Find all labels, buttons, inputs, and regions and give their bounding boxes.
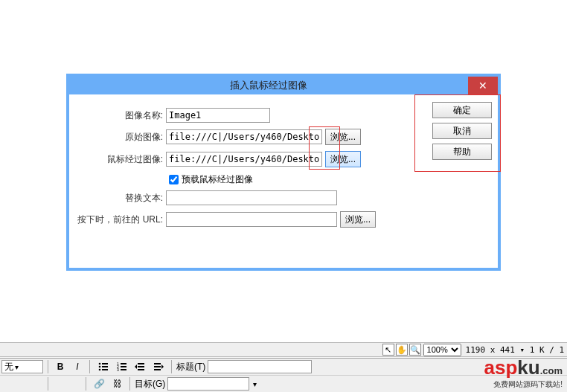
- svg-rect-12: [138, 363, 144, 364]
- browse-rollover-button[interactable]: 浏览...: [325, 151, 361, 167]
- ul-button[interactable]: [94, 360, 111, 373]
- unlink-icon[interactable]: ⛓: [110, 377, 125, 391]
- rollover-image-input[interactable]: [166, 152, 322, 167]
- dialog-titlebar[interactable]: 插入鼠标经过图像 ✕: [69, 77, 498, 94]
- pointer-tool-icon[interactable]: ↖: [382, 344, 394, 356]
- target-label: 目标(G): [135, 378, 165, 391]
- ok-button[interactable]: 确定: [432, 102, 492, 118]
- preload-label: 预载鼠标经过图像: [182, 173, 253, 186]
- link-icon[interactable]: 🔗: [91, 377, 108, 391]
- svg-point-0: [99, 363, 101, 365]
- original-image-label: 原始图像:: [77, 131, 166, 144]
- alt-text-label: 替换文本:: [77, 192, 166, 205]
- dialog-form: 图像名称: 原始图像: 浏览... 鼠标经过图像: 浏览... 预载鼠标经过图像…: [69, 94, 426, 268]
- properties-toolbar: 无▾ B I 123 标题(T) 🔗 ⛓ 目标(G) ▾: [0, 358, 567, 392]
- svg-rect-13: [138, 366, 144, 367]
- ol-button[interactable]: 123: [113, 360, 129, 373]
- hand-tool-icon[interactable]: ✋: [396, 344, 408, 356]
- svg-rect-15: [154, 363, 161, 364]
- preload-checkbox[interactable]: [169, 175, 179, 184]
- svg-rect-17: [154, 369, 161, 370]
- dialog-title: 插入鼠标经过图像: [69, 79, 468, 92]
- svg-text:3: 3: [117, 367, 119, 372]
- svg-rect-1: [102, 363, 108, 364]
- rollover-image-label: 鼠标经过图像:: [77, 153, 166, 166]
- image-name-input[interactable]: [166, 108, 270, 123]
- svg-rect-5: [102, 369, 108, 370]
- chevron-down-icon: ▾: [15, 363, 19, 371]
- svg-rect-7: [121, 363, 126, 364]
- cancel-button[interactable]: 取消: [432, 123, 492, 139]
- zoom-tool-icon[interactable]: 🔍: [409, 344, 421, 356]
- image-name-label: 图像名称:: [77, 109, 166, 122]
- svg-rect-14: [138, 369, 144, 370]
- browse-original-button[interactable]: 浏览...: [325, 129, 361, 145]
- watermark-logo: aspku.com 免费网站源码下载站!: [484, 356, 563, 390]
- svg-rect-11: [121, 369, 126, 370]
- indent-button[interactable]: [150, 360, 167, 373]
- dialog-buttons: 确定 取消 帮助: [426, 94, 498, 268]
- close-button[interactable]: ✕: [468, 77, 498, 94]
- svg-rect-3: [102, 366, 108, 367]
- svg-rect-9: [121, 366, 126, 367]
- help-button[interactable]: 帮助: [432, 144, 492, 160]
- target-input[interactable]: [167, 377, 249, 391]
- outdent-button[interactable]: [132, 360, 148, 373]
- onclick-url-input[interactable]: [166, 212, 337, 227]
- browse-url-button[interactable]: 浏览...: [340, 211, 376, 228]
- title-input[interactable]: [208, 360, 312, 373]
- alt-text-input[interactable]: [166, 190, 337, 205]
- svg-rect-16: [154, 366, 161, 367]
- svg-point-4: [99, 369, 101, 371]
- chevron-down-icon[interactable]: ▾: [253, 380, 257, 388]
- onclick-url-label: 按下时，前往的 URL:: [77, 213, 166, 226]
- dimensions-readout: 1190 x 441 ▾ 1 K / 1: [466, 345, 564, 355]
- insert-rollover-image-dialog: 插入鼠标经过图像 ✕ 图像名称: 原始图像: 浏览... 鼠标经过图像: 浏览.…: [66, 74, 501, 271]
- format-none-select[interactable]: 无▾: [1, 360, 43, 373]
- zoom-select[interactable]: 100%: [423, 344, 461, 356]
- svg-point-2: [99, 366, 101, 368]
- title-label: 标题(T): [176, 361, 205, 373]
- bold-button[interactable]: B: [53, 360, 68, 373]
- original-image-input[interactable]: [166, 129, 322, 144]
- italic-button[interactable]: I: [70, 360, 85, 373]
- status-bar: ↖ ✋ 🔍 100% 1190 x 441 ▾ 1 K / 1: [0, 342, 567, 357]
